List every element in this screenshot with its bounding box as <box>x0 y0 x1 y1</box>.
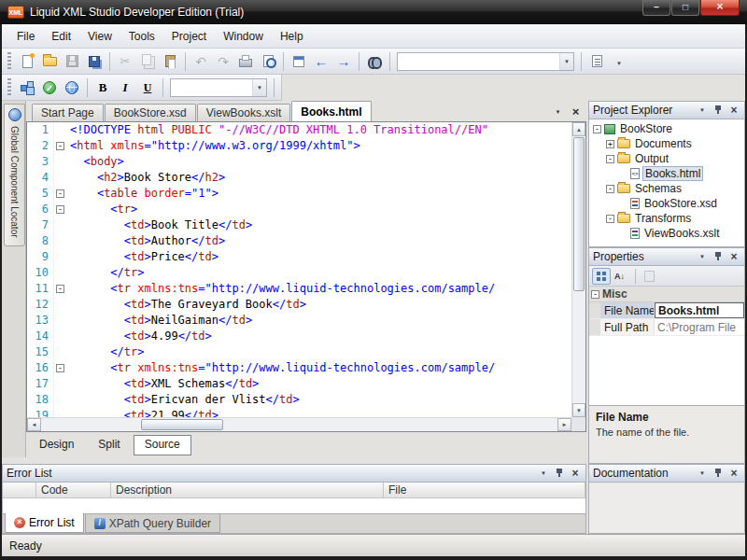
tab-split[interactable]: Split <box>87 435 131 455</box>
tab-error-list[interactable]: Error List <box>5 513 84 533</box>
navigate-forward-button[interactable] <box>332 51 355 72</box>
scroll-down-icon[interactable] <box>572 403 585 417</box>
fold-toggle-icon[interactable]: - <box>56 205 64 214</box>
global-component-locator-tab[interactable]: Global Component Locator <box>4 104 25 246</box>
print-button[interactable] <box>234 51 257 72</box>
tree-item-bookstore-xsd[interactable]: BookStore.xsd <box>589 196 744 211</box>
tree-item-schemas[interactable]: -Schemas <box>589 181 744 196</box>
copy-button[interactable] <box>136 51 159 72</box>
save-all-button[interactable] <box>83 51 106 72</box>
panel-menu-icon[interactable] <box>537 467 550 480</box>
schema-view-button[interactable] <box>16 77 38 98</box>
property-row-full-path[interactable]: Full PathC:\Program File <box>589 319 744 336</box>
horizontal-scroll-thumb[interactable] <box>141 419 223 430</box>
categorized-button[interactable] <box>592 268 611 285</box>
undo-button[interactable] <box>190 51 212 72</box>
tab-xpath-query-builder[interactable]: XPath Query Builder <box>85 514 220 533</box>
export-button[interactable] <box>288 51 310 72</box>
italic-button[interactable] <box>114 77 136 98</box>
toolbar-separator <box>109 52 110 71</box>
panel-menu-icon[interactable] <box>696 467 709 480</box>
close-icon[interactable] <box>569 467 582 480</box>
tree-expander-icon[interactable]: - <box>606 185 614 193</box>
column-header-file[interactable]: File <box>384 483 585 497</box>
open-file-button[interactable] <box>38 51 61 72</box>
pin-icon[interactable] <box>712 467 725 480</box>
tree-item-bookstore[interactable]: -BookStore <box>589 121 744 136</box>
quick-search-combo[interactable] <box>397 52 574 71</box>
menu-tools[interactable]: Tools <box>121 27 162 46</box>
tree-expander-icon[interactable]: - <box>593 125 601 133</box>
property-pages-button[interactable] <box>640 268 658 285</box>
toolbar-grip[interactable] <box>7 78 11 97</box>
bold-button[interactable] <box>92 77 114 98</box>
tree-item-documents[interactable]: +Documents <box>589 136 744 151</box>
menu-edit[interactable]: Edit <box>44 27 78 46</box>
tree-item-transforms[interactable]: -Transforms <box>589 211 744 226</box>
tab-source[interactable]: Source <box>134 435 191 455</box>
fold-toggle-icon[interactable]: - <box>56 142 64 150</box>
tab-list-dropdown-icon[interactable] <box>551 105 565 119</box>
tab-books-html[interactable]: Books.html <box>291 101 371 121</box>
document-options-dropdown-button[interactable] <box>608 51 630 72</box>
menu-window[interactable]: Window <box>216 27 271 46</box>
alphabetical-sort-button[interactable] <box>613 268 631 285</box>
toolbar-grip[interactable] <box>7 52 11 71</box>
pin-icon[interactable] <box>712 104 725 117</box>
paste-button[interactable] <box>159 51 181 72</box>
tab-bookstore-xsd[interactable]: BookStore.xsd <box>105 104 196 121</box>
save-button[interactable] <box>61 51 83 72</box>
menu-project[interactable]: Project <box>164 27 214 46</box>
tree-expander-icon[interactable]: - <box>606 215 614 223</box>
column-header-code[interactable]: Code <box>36 483 111 497</box>
panel-menu-icon[interactable] <box>696 104 709 117</box>
tab-start-page[interactable]: Start Page <box>32 104 104 121</box>
fold-toggle-icon[interactable]: - <box>56 285 64 293</box>
scroll-up-icon[interactable] <box>572 122 585 136</box>
vertical-scroll-thumb[interactable] <box>573 137 585 291</box>
redo-button[interactable] <box>212 51 234 72</box>
tree-expander-icon[interactable]: + <box>606 140 614 148</box>
close-document-icon[interactable] <box>569 105 583 119</box>
close-button[interactable] <box>700 0 740 16</box>
fold-toggle-icon[interactable]: - <box>56 189 64 198</box>
column-header-icon[interactable] <box>3 483 36 497</box>
tab-viewbooks-xslt[interactable]: ViewBooks.xslt <box>197 104 290 121</box>
code-editor[interactable]: 1<!DOCTYPE html PUBLIC "-//W3C//DTD XHTM… <box>26 121 586 432</box>
column-header-description[interactable]: Description <box>111 483 384 497</box>
tab-design[interactable]: Design <box>28 435 85 455</box>
tree-item-viewbooks-xslt[interactable]: ViewBooks.xslt <box>589 226 744 241</box>
tree-expander-icon[interactable]: - <box>606 155 614 163</box>
validate-button[interactable] <box>38 77 61 98</box>
cut-button[interactable] <box>114 51 136 72</box>
menu-view[interactable]: View <box>80 27 120 46</box>
tree-item-output[interactable]: -Output <box>589 151 744 166</box>
new-file-button[interactable] <box>16 51 38 72</box>
pin-icon[interactable] <box>553 467 566 480</box>
close-icon[interactable] <box>727 467 740 480</box>
find-button[interactable] <box>363 51 386 72</box>
property-row-file-name[interactable]: File NameBooks.html <box>589 302 744 319</box>
collapse-category-icon[interactable] <box>591 290 599 299</box>
close-icon[interactable] <box>727 104 740 117</box>
panel-menu-icon[interactable] <box>696 250 709 263</box>
close-icon[interactable] <box>727 250 740 263</box>
print-preview-button[interactable] <box>257 51 279 72</box>
document-options-button[interactable] <box>585 51 608 72</box>
minimize-button[interactable] <box>642 0 670 16</box>
pin-icon[interactable] <box>712 250 725 263</box>
web-preview-button[interactable] <box>61 77 83 98</box>
menu-file[interactable]: File <box>9 27 42 46</box>
fold-toggle-icon[interactable]: - <box>56 364 64 372</box>
category-row-misc[interactable]: Misc <box>589 287 744 302</box>
tree-item-books-html[interactable]: Books.html <box>589 166 744 181</box>
navigate-back-button[interactable] <box>310 51 332 72</box>
horizontal-scrollbar[interactable] <box>27 417 571 431</box>
maximize-button[interactable] <box>671 0 699 16</box>
font-combo[interactable] <box>170 78 267 97</box>
menu-help[interactable]: Help <box>273 27 311 46</box>
scroll-right-icon[interactable] <box>557 418 571 431</box>
scroll-left-icon[interactable] <box>27 418 41 431</box>
vertical-scrollbar[interactable] <box>571 122 585 417</box>
underline-button[interactable] <box>136 77 159 98</box>
